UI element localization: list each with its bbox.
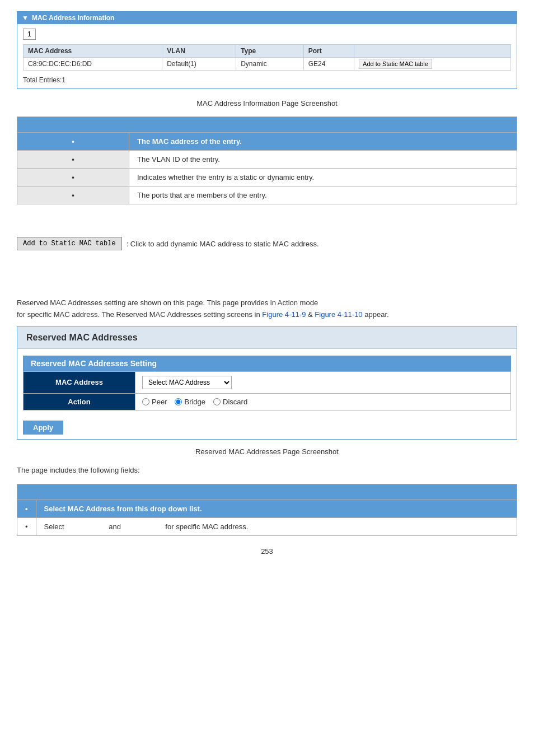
section-text-1: Reserved MAC Addresses setting are shown… [17,298,268,307]
section-amp: & [308,310,315,319]
mac-info-header: ▼ MAC Address Information [17,12,517,24]
mac-info-title: MAC Address Information [32,14,115,22]
reserved-mac-panel: Reserved MAC Addresses Reserved MAC Addr… [17,326,517,440]
col-header-mac: MAC Address [24,45,162,58]
desc-row-vlan: • The VLAN ID of the entry. [17,151,517,169]
radio-discard-text: Discard [223,398,247,406]
mac-info-body: 1 MAC Address VLAN Type Port C8:9C:DC:EC… [17,24,517,88]
section-text-2b: appear. [364,310,388,319]
desc-row-type: • Indicates whether the entry is a stati… [17,169,517,186]
mac-desc-table: • The MAC address of the entry. • The VL… [17,116,517,204]
total-entries: Total Entries:1 [23,76,511,84]
col-header-vlan: VLAN [162,45,236,58]
pagination-bar: 1 [23,29,511,40]
desc-mac-text: The MAC address of the entry. [129,133,517,151]
desc-table-header [17,117,517,133]
reserved-screenshot-caption: Reserved MAC Addresses Page Screenshot [17,447,517,456]
cell-type: Dynamic [236,58,304,71]
desc-vlan-text: The VLAN ID of the entry. [129,151,517,169]
add-static-note-text: : Click to add dynamic MAC address to st… [127,240,319,248]
desc-row-mac: • The MAC address of the entry. [17,133,517,151]
radio-discard[interactable] [213,398,221,405]
reserved-mac-label: MAC Address [24,371,135,393]
radio-peer[interactable] [142,398,149,405]
bullet-mac: • [17,133,129,151]
reserved-form: MAC Address Select MAC Address Action [23,371,511,410]
radio-bridge-label[interactable]: Bridge [175,398,205,406]
mac-info-screenshot-caption: MAC Address Information Page Screenshot [17,99,517,108]
reserved-action-radio-cell: Peer Bridge Discard [135,393,511,410]
bottom-bullet-action: • [17,518,36,536]
reserved-mac-select-cell: Select MAC Address [135,371,511,393]
cell-mac: C8:9C:DC:EC:D6:DD [24,58,162,71]
section-text-2: for specific MAC address. The Reserved M… [17,310,260,319]
radio-bridge-text: Bridge [184,398,205,406]
action-text-select: Select [44,522,64,531]
mac-address-select[interactable]: Select MAC Address [142,376,232,389]
reserved-section-intro: Reserved MAC Addresses setting are shown… [17,297,517,321]
add-to-static-link[interactable]: Add to Static MAC table [359,59,432,69]
bullet-type: • [17,169,129,186]
reserved-panel-title: Reserved MAC Addresses [17,327,517,349]
action-radio-group: Peer Bridge Discard [142,398,504,406]
bottom-row-action: • Select and for specific MAC address. [17,518,517,536]
bottom-row-mac: • Select MAC Address from this drop down… [17,500,517,518]
bottom-action-text: Select and for specific MAC address. [36,518,517,536]
add-to-static-mac-button[interactable]: Add to Static MAC table [17,237,122,250]
col-header-action-empty [354,45,511,58]
reserved-action-label: Action [24,393,135,410]
bullet-port: • [17,186,129,204]
desc-type-text: Indicates whether the entry is a static … [129,169,517,186]
desc-row-port: • The ports that are members of the entr… [17,186,517,204]
mac-address-table: MAC Address VLAN Type Port C8:9C:DC:EC:D… [23,44,511,71]
desc-port-text: The ports that are members of the entry. [129,186,517,204]
table-row: C8:9C:DC:EC:D6:DD Default(1) Dynamic GE2… [24,58,511,71]
figure-link-2[interactable]: Figure 4-11-10 [315,310,362,319]
bottom-desc-header [17,484,517,500]
page-btn-1[interactable]: 1 [23,29,36,40]
col-header-type: Type [236,45,304,58]
radio-peer-text: Peer [152,398,167,406]
cell-add-static: Add to Static MAC table [354,58,511,71]
apply-button[interactable]: Apply [23,421,63,435]
reserved-mac-table: MAC Address Select MAC Address Action [23,371,511,410]
action-text-for: for specific MAC address. [165,522,248,531]
cell-vlan: Default(1) [162,58,236,71]
col-header-port: Port [303,45,354,58]
bottom-mac-text: Select MAC Address from this drop down l… [36,500,517,518]
bullet-vlan: • [17,151,129,169]
page-includes-text: The page includes the following fields: [17,465,517,477]
reserved-row-mac: MAC Address Select MAC Address [24,371,511,393]
reserved-row-action: Action Peer Bridge [24,393,511,410]
radio-peer-label[interactable]: Peer [142,398,167,406]
bottom-bullet-mac: • [17,500,36,518]
page-number: 253 [17,547,517,556]
radio-bridge[interactable] [175,398,182,405]
mac-info-panel: ▼ MAC Address Information 1 MAC Address … [17,11,517,89]
radio-discard-label[interactable]: Discard [213,398,247,406]
section-text-1b: in Action mode [270,298,318,307]
reserved-setting-header: Reserved MAC Addresses Setting [23,356,511,371]
figure-link-1[interactable]: Figure 4-11-9 [262,310,306,319]
action-text-and: and [109,522,121,531]
add-static-note-section: Add to Static MAC table : Click to add d… [17,237,517,250]
bottom-desc-table: • Select MAC Address from this drop down… [17,484,517,536]
mac-info-arrow: ▼ [22,14,29,22]
cell-port: GE24 [303,58,354,71]
